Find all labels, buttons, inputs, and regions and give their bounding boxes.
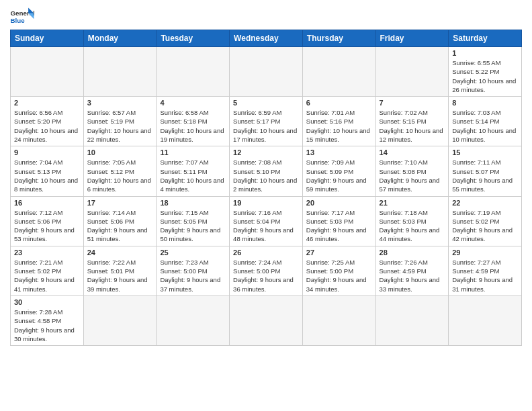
calendar-cell: 20Sunrise: 7:17 AM Sunset: 5:03 PM Dayli… xyxy=(302,196,375,246)
calendar-cell: 8Sunrise: 7:03 AM Sunset: 5:14 PM Daylig… xyxy=(449,97,522,146)
day-info: Sunrise: 7:24 AM Sunset: 5:00 PM Dayligh… xyxy=(233,258,299,293)
calendar-cell: 7Sunrise: 7:02 AM Sunset: 5:15 PM Daylig… xyxy=(375,97,449,146)
calendar-week-row: 30Sunrise: 7:28 AM Sunset: 4:58 PM Dayli… xyxy=(11,295,522,345)
day-number: 15 xyxy=(452,148,518,156)
calendar-week-row: 16Sunrise: 7:12 AM Sunset: 5:06 PM Dayli… xyxy=(11,196,522,246)
day-info: Sunrise: 7:22 AM Sunset: 5:01 PM Dayligh… xyxy=(87,258,153,293)
day-info: Sunrise: 7:07 AM Sunset: 5:11 PM Dayligh… xyxy=(160,158,226,193)
day-info: Sunrise: 7:08 AM Sunset: 5:10 PM Dayligh… xyxy=(233,158,299,193)
day-info: Sunrise: 6:57 AM Sunset: 5:19 PM Dayligh… xyxy=(87,108,153,144)
calendar-cell xyxy=(11,47,84,97)
calendar-cell: 9Sunrise: 7:04 AM Sunset: 5:13 PM Daylig… xyxy=(11,146,84,196)
day-number: 7 xyxy=(380,99,445,107)
day-number: 30 xyxy=(14,298,80,306)
calendar-cell: 28Sunrise: 7:26 AM Sunset: 4:59 PM Dayli… xyxy=(375,246,449,295)
day-number: 16 xyxy=(14,199,80,207)
day-number: 26 xyxy=(233,248,299,257)
calendar-cell xyxy=(449,295,522,345)
calendar-cell: 3Sunrise: 6:57 AM Sunset: 5:19 PM Daylig… xyxy=(83,97,157,146)
calendar-cell: 11Sunrise: 7:07 AM Sunset: 5:11 PM Dayli… xyxy=(157,146,230,196)
calendar-week-row: 2Sunrise: 6:56 AM Sunset: 5:20 PM Daylig… xyxy=(11,97,522,146)
day-number: 20 xyxy=(306,199,372,207)
svg-text:Blue: Blue xyxy=(11,17,26,24)
calendar-cell: 13Sunrise: 7:09 AM Sunset: 5:09 PM Dayli… xyxy=(302,146,375,196)
page: General Blue SundayMondayTuesdayWednesda… xyxy=(0,0,532,411)
calendar-week-row: 23Sunrise: 7:21 AM Sunset: 5:02 PM Dayli… xyxy=(11,246,522,295)
day-info: Sunrise: 7:04 AM Sunset: 5:13 PM Dayligh… xyxy=(14,158,80,193)
generalblue-logo-icon: General Blue xyxy=(10,7,34,26)
day-info: Sunrise: 7:27 AM Sunset: 4:59 PM Dayligh… xyxy=(452,258,518,293)
calendar-cell: 5Sunrise: 6:59 AM Sunset: 5:17 PM Daylig… xyxy=(230,97,303,146)
calendar-cell xyxy=(375,47,449,97)
calendar-cell xyxy=(83,47,157,97)
day-number: 8 xyxy=(452,99,518,107)
day-number: 14 xyxy=(380,148,445,156)
calendar-cell: 29Sunrise: 7:27 AM Sunset: 4:59 PM Dayli… xyxy=(449,246,522,295)
calendar-week-row: 9Sunrise: 7:04 AM Sunset: 5:13 PM Daylig… xyxy=(11,146,522,196)
day-info: Sunrise: 7:23 AM Sunset: 5:00 PM Dayligh… xyxy=(160,258,226,293)
day-number: 9 xyxy=(14,148,80,156)
day-number: 27 xyxy=(306,248,372,257)
calendar-cell: 16Sunrise: 7:12 AM Sunset: 5:06 PM Dayli… xyxy=(11,196,84,246)
calendar-cell: 22Sunrise: 7:19 AM Sunset: 5:02 PM Dayli… xyxy=(449,196,522,246)
day-info: Sunrise: 7:18 AM Sunset: 5:03 PM Dayligh… xyxy=(380,208,445,244)
calendar-cell: 2Sunrise: 6:56 AM Sunset: 5:20 PM Daylig… xyxy=(11,97,84,146)
day-number: 21 xyxy=(380,199,445,207)
day-info: Sunrise: 7:12 AM Sunset: 5:06 PM Dayligh… xyxy=(14,208,80,244)
calendar-cell: 12Sunrise: 7:08 AM Sunset: 5:10 PM Dayli… xyxy=(230,146,303,196)
day-info: Sunrise: 7:02 AM Sunset: 5:15 PM Dayligh… xyxy=(380,108,445,144)
calendar-cell: 1Sunrise: 6:55 AM Sunset: 5:22 PM Daylig… xyxy=(449,47,522,97)
weekday-header-friday: Friday xyxy=(375,30,449,47)
day-number: 28 xyxy=(380,248,445,257)
day-info: Sunrise: 7:01 AM Sunset: 5:16 PM Dayligh… xyxy=(306,108,372,144)
weekday-header-tuesday: Tuesday xyxy=(157,30,230,47)
calendar-cell: 19Sunrise: 7:16 AM Sunset: 5:04 PM Dayli… xyxy=(230,196,303,246)
day-info: Sunrise: 7:26 AM Sunset: 4:59 PM Dayligh… xyxy=(380,258,445,293)
calendar-week-row: 1Sunrise: 6:55 AM Sunset: 5:22 PM Daylig… xyxy=(11,47,522,97)
day-number: 6 xyxy=(306,99,372,107)
calendar-cell xyxy=(157,295,230,345)
calendar-cell: 24Sunrise: 7:22 AM Sunset: 5:01 PM Dayli… xyxy=(83,246,157,295)
calendar: SundayMondayTuesdayWednesdayThursdayFrid… xyxy=(10,30,522,346)
calendar-cell xyxy=(83,295,157,345)
weekday-header-saturday: Saturday xyxy=(449,30,522,47)
day-number: 1 xyxy=(452,49,518,57)
calendar-cell: 6Sunrise: 7:01 AM Sunset: 5:16 PM Daylig… xyxy=(302,97,375,146)
day-info: Sunrise: 6:58 AM Sunset: 5:18 PM Dayligh… xyxy=(160,108,226,144)
calendar-cell: 23Sunrise: 7:21 AM Sunset: 5:02 PM Dayli… xyxy=(11,246,84,295)
day-info: Sunrise: 7:16 AM Sunset: 5:04 PM Dayligh… xyxy=(233,208,299,244)
day-info: Sunrise: 7:11 AM Sunset: 5:07 PM Dayligh… xyxy=(452,158,518,193)
calendar-cell: 26Sunrise: 7:24 AM Sunset: 5:00 PM Dayli… xyxy=(230,246,303,295)
calendar-cell: 21Sunrise: 7:18 AM Sunset: 5:03 PM Dayli… xyxy=(375,196,449,246)
day-info: Sunrise: 7:28 AM Sunset: 4:58 PM Dayligh… xyxy=(14,308,80,343)
calendar-cell: 27Sunrise: 7:25 AM Sunset: 5:00 PM Dayli… xyxy=(302,246,375,295)
day-info: Sunrise: 7:21 AM Sunset: 5:02 PM Dayligh… xyxy=(14,258,80,293)
day-info: Sunrise: 6:55 AM Sunset: 5:22 PM Dayligh… xyxy=(452,58,518,94)
calendar-cell xyxy=(375,295,449,345)
calendar-cell: 25Sunrise: 7:23 AM Sunset: 5:00 PM Dayli… xyxy=(157,246,230,295)
calendar-cell xyxy=(157,47,230,97)
calendar-cell xyxy=(302,47,375,97)
day-info: Sunrise: 7:03 AM Sunset: 5:14 PM Dayligh… xyxy=(452,108,518,144)
day-info: Sunrise: 7:10 AM Sunset: 5:08 PM Dayligh… xyxy=(380,158,445,193)
day-number: 18 xyxy=(160,199,226,207)
header: General Blue xyxy=(10,7,522,26)
calendar-cell xyxy=(302,295,375,345)
weekday-header-thursday: Thursday xyxy=(302,30,375,47)
day-number: 12 xyxy=(233,148,299,156)
weekday-header-sunday: Sunday xyxy=(11,30,84,47)
logo: General Blue xyxy=(10,7,34,26)
day-number: 17 xyxy=(87,199,153,207)
calendar-cell: 30Sunrise: 7:28 AM Sunset: 4:58 PM Dayli… xyxy=(11,295,84,345)
day-number: 25 xyxy=(160,248,226,257)
calendar-cell: 15Sunrise: 7:11 AM Sunset: 5:07 PM Dayli… xyxy=(449,146,522,196)
calendar-cell: 4Sunrise: 6:58 AM Sunset: 5:18 PM Daylig… xyxy=(157,97,230,146)
day-number: 22 xyxy=(452,199,518,207)
day-number: 13 xyxy=(306,148,372,156)
day-number: 4 xyxy=(160,99,226,107)
day-info: Sunrise: 7:09 AM Sunset: 5:09 PM Dayligh… xyxy=(306,158,372,193)
weekday-header-row: SundayMondayTuesdayWednesdayThursdayFrid… xyxy=(11,30,522,47)
day-info: Sunrise: 7:14 AM Sunset: 5:06 PM Dayligh… xyxy=(87,208,153,244)
day-info: Sunrise: 7:19 AM Sunset: 5:02 PM Dayligh… xyxy=(452,208,518,244)
day-number: 24 xyxy=(87,248,153,257)
